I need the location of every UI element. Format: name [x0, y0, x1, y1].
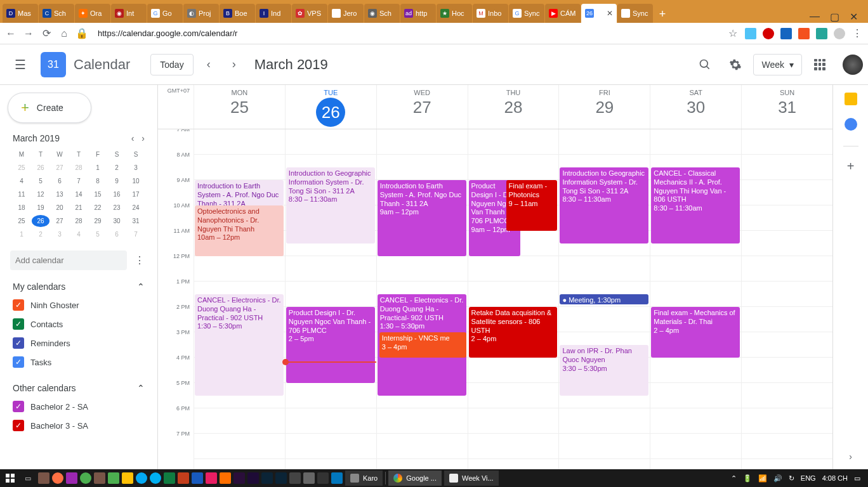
- browser-tab[interactable]: ⚐Jero: [328, 4, 364, 23]
- calendar-event[interactable]: Final exam - Mechanics of Materials - Dr…: [651, 307, 740, 358]
- volume-icon[interactable]: 🔊: [773, 474, 782, 483]
- extension-icon[interactable]: [780, 28, 792, 39]
- mini-day[interactable]: 5: [32, 175, 49, 187]
- mini-prev-button[interactable]: ‹: [131, 133, 135, 143]
- checkbox-icon[interactable]: ✓: [13, 356, 24, 368]
- browser-tab[interactable]: ✦Ora: [75, 4, 110, 23]
- checkbox-icon[interactable]: ✓: [13, 337, 24, 349]
- day-header[interactable]: SUN31: [741, 85, 832, 129]
- battery-icon[interactable]: 🔋: [743, 474, 752, 483]
- calendar-event[interactable]: CANCEL - Classical Mechanics II - A. Pro…: [651, 167, 740, 244]
- browser-tab[interactable]: ◐Proj: [183, 4, 219, 23]
- search-icon[interactable]: [692, 52, 718, 77]
- checkbox-icon[interactable]: ✓: [13, 318, 24, 330]
- mini-day[interactable]: 26: [32, 215, 49, 227]
- browser-tab[interactable]: ✿VPS: [292, 4, 327, 23]
- day-column[interactable]: Introduction to Geographic Information S…: [285, 129, 376, 469]
- day-column[interactable]: Introduction to Geographic Information S…: [558, 129, 650, 469]
- browser-tab[interactable]: IInd: [256, 4, 291, 23]
- premiere-icon[interactable]: [233, 472, 245, 484]
- browser-tab[interactable]: ◉Sch: [364, 4, 400, 23]
- mini-day[interactable]: 8: [89, 175, 107, 187]
- close-tab-icon[interactable]: ✕: [607, 9, 613, 18]
- taskbar-icon[interactable]: [331, 472, 343, 484]
- calendar-event[interactable]: ● Meeting, 1:30pm: [560, 294, 648, 304]
- mini-day[interactable]: 30: [108, 215, 126, 227]
- day-column[interactable]: Introduction to Earth System - A. Prof. …: [194, 129, 285, 469]
- mini-day[interactable]: 25: [13, 162, 30, 174]
- create-button[interactable]: + Create: [8, 93, 91, 123]
- taskbar-icon[interactable]: [80, 472, 91, 484]
- mini-day[interactable]: 4: [70, 228, 88, 240]
- browser-tab[interactable]: adhttp: [400, 4, 436, 23]
- calendar-item[interactable]: ✓Ninh Ghoster: [13, 295, 145, 315]
- day-header[interactable]: THU28: [468, 85, 559, 129]
- mini-day[interactable]: 19: [32, 202, 49, 214]
- mini-day[interactable]: 6: [108, 228, 126, 240]
- taskbar-icon[interactable]: [303, 472, 315, 484]
- day-column[interactable]: Introduction to Earth System - A. Prof. …: [376, 129, 468, 469]
- sync-icon[interactable]: ↻: [789, 474, 794, 483]
- mini-day[interactable]: 27: [51, 215, 69, 227]
- excel-icon[interactable]: [164, 472, 175, 484]
- next-week-button[interactable]: ›: [224, 55, 244, 75]
- day-column[interactable]: CANCEL - Classical Mechanics II - A. Pro…: [650, 129, 741, 469]
- adblock-icon[interactable]: [763, 28, 774, 39]
- forward-button[interactable]: →: [23, 28, 34, 39]
- profile-icon[interactable]: [834, 28, 845, 39]
- my-calendars-toggle[interactable]: My calendars⌃: [13, 278, 145, 295]
- lock-icon[interactable]: 🔒: [76, 28, 88, 39]
- avatar[interactable]: [843, 55, 863, 75]
- address-input[interactable]: https://calendar.google.com/calendar/r: [94, 29, 721, 38]
- home-button[interactable]: ⌂: [58, 28, 70, 39]
- mini-day[interactable]: 4: [13, 175, 30, 187]
- calendar-event[interactable]: Law on IPR - Dr. Phan Quoc Nguyen3:30 – …: [560, 345, 648, 396]
- settings-icon[interactable]: [723, 52, 748, 77]
- mini-day[interactable]: 14: [70, 188, 88, 200]
- browser-tab[interactable]: ★Hoc: [437, 4, 472, 23]
- lightroom-icon[interactable]: [261, 472, 273, 484]
- calendar-event[interactable]: Introduction to Earth System - A. Prof. …: [378, 180, 466, 256]
- mini-day[interactable]: 5: [89, 228, 107, 240]
- taskbar-app-chrome[interactable]: Google ...: [388, 471, 442, 486]
- calendar-event[interactable]: Internship - VNCS me3 – 4pm: [379, 332, 466, 358]
- checkbox-icon[interactable]: ✓: [13, 420, 24, 431]
- skype-icon[interactable]: [150, 472, 161, 484]
- mini-day[interactable]: 11: [13, 188, 30, 200]
- mini-day[interactable]: 15: [89, 188, 107, 200]
- menu-icon[interactable]: ⋮: [852, 28, 863, 39]
- browser-tab[interactable]: GSync: [509, 4, 544, 23]
- matlab-icon[interactable]: [220, 472, 231, 484]
- taskbar-icon[interactable]: [38, 472, 49, 484]
- browser-tab-active[interactable]: 26✕: [581, 4, 617, 23]
- day-header[interactable]: SAT30: [650, 85, 741, 129]
- taskbar-icon[interactable]: [206, 472, 217, 484]
- add-calendar-options[interactable]: ⋮: [132, 253, 147, 268]
- today-button[interactable]: Today: [150, 54, 193, 75]
- taskbar-icon[interactable]: [52, 472, 63, 484]
- mini-day[interactable]: 24: [127, 202, 145, 214]
- extension-icon[interactable]: [745, 28, 756, 39]
- mini-day[interactable]: 7: [127, 228, 145, 240]
- mini-day[interactable]: 12: [32, 188, 49, 200]
- mini-day[interactable]: 18: [13, 202, 30, 214]
- mini-day[interactable]: 20: [51, 202, 69, 214]
- browser-tab[interactable]: GGo: [147, 4, 183, 23]
- collapse-panel-button[interactable]: ›: [849, 451, 852, 462]
- mini-day[interactable]: 16: [108, 188, 126, 200]
- other-calendars-toggle[interactable]: Other calendars⌃: [13, 379, 145, 397]
- minimize-button[interactable]: —: [810, 11, 820, 23]
- calendar-event[interactable]: Final exam - Photonics9 – 11am: [506, 180, 558, 231]
- hamburger-menu[interactable]: ☰: [5, 49, 36, 80]
- back-button[interactable]: ←: [5, 28, 16, 39]
- browser-tab[interactable]: BBoe: [220, 4, 255, 23]
- clock[interactable]: 4:08 CH: [822, 474, 848, 482]
- calendar-item[interactable]: ✓Bachelor 2 - SA: [13, 397, 145, 416]
- taskbar-app[interactable]: Week Vi...: [444, 471, 499, 486]
- start-button[interactable]: [3, 471, 18, 486]
- mini-day[interactable]: 2: [32, 228, 49, 240]
- mini-day[interactable]: 26: [32, 162, 49, 174]
- star-icon[interactable]: ☆: [727, 28, 739, 39]
- close-window-button[interactable]: ✕: [850, 11, 858, 23]
- mini-day[interactable]: 6: [51, 175, 69, 187]
